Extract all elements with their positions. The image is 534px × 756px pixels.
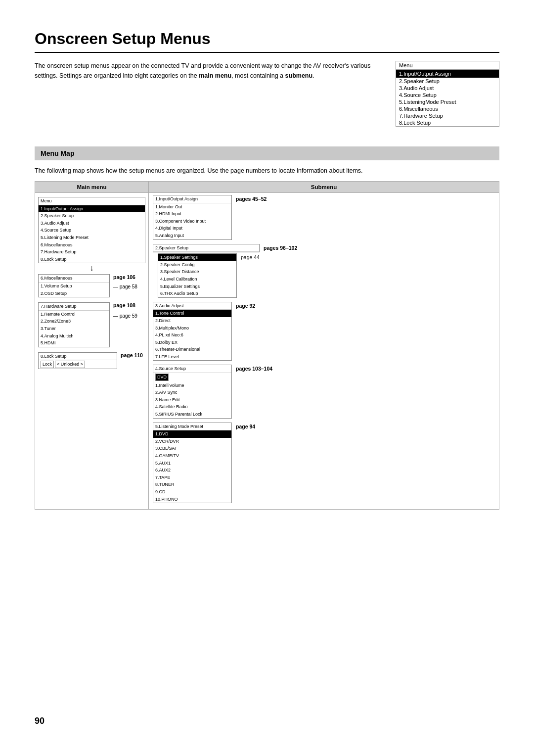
listening-item-8: 8.TUNER (153, 481, 231, 488)
audio-adjust-title: 3.Audio Adjust (153, 302, 231, 310)
lock-box-title: 8.Lock Setup (39, 353, 117, 361)
submenu-group-speaker: 2.Speaker Setup 1.Speaker Settings 2.Spe… (153, 244, 495, 298)
speaker-sub-box-row: 1.Speaker Settings 2.Speaker Config 3.Sp… (158, 253, 260, 298)
main-menu-box-title: Menu (39, 197, 145, 205)
sidebar-menu-item-8: 8.Lock Setup (396, 119, 499, 126)
hardware-box-item-5: 5.HDMI (39, 339, 109, 347)
listening-item-5: 5.AUX1 (153, 460, 231, 467)
audio-item-1: 1.Tone Control (153, 310, 231, 317)
sidebar-menu-title: Menu (396, 61, 499, 70)
lock-row: Lock < Unlocked > (39, 360, 117, 369)
main-menu-header: Main menu (35, 182, 149, 192)
listening-item-4: 4.GAME/TV (153, 452, 231, 460)
io-item-2: 2.HDMI Input (153, 210, 231, 218)
misc-group: 6.Miscellaneous 1.Volume Setup 2.OSD Set… (38, 274, 145, 297)
hardware-box-title: 7.Hardware Setup (39, 303, 109, 311)
io-item-3: 3.Component Video Input (153, 218, 231, 225)
intro-bold-2: submenu (285, 72, 313, 79)
audio-item-4: 4.PL xd Neo:6 (153, 331, 231, 339)
lock-page-label: page 110 (121, 352, 143, 358)
lock-group: 8.Lock Setup Lock < Unlocked > page 110 (38, 352, 145, 369)
diagram-intro-text: The following map shows how the setup me… (35, 167, 499, 174)
listening-item-10: 10.PHONO (153, 496, 231, 503)
listening-mode-box: 5.Listening Mode Preset 1.DVD 2.VCR/DVR … (153, 423, 232, 504)
hardware-box-item-3: 3.Tuner (39, 325, 109, 332)
intro-text: The onscreen setup menus appear on the c… (35, 61, 381, 127)
source-setup-title: 4.Source Setup (153, 365, 231, 373)
menu-map-section-header: Menu Map (35, 146, 499, 160)
speaker-setup-title: 2.Speaker Setup (153, 244, 259, 252)
sidebar-menu-item-6: 6.Miscellaneous (396, 105, 499, 112)
hardware-box-item-2: 2.Zone2/Zone3 (39, 318, 109, 325)
audio-item-5: 5.Dolby EX (153, 339, 231, 346)
hardware-page-label: page 108 (113, 302, 135, 308)
sidebar-menu-item-5: 5.ListeningMode Preset (396, 98, 499, 105)
speaker-sub-item-3: 3.Speaker Distance (158, 268, 236, 276)
input-output-box: 1.Input/Output Assign 1.Monitor Out 2.HD… (153, 195, 232, 240)
listening-item-2: 2.VCR/DVR (153, 438, 231, 445)
sidebar-menu-box: Menu 1.Input/Output Assign 2.Speaker Set… (396, 61, 499, 127)
source-dvd-row: DVD (153, 373, 231, 382)
source-setup-box: 4.Source Setup DVD 1.IntelliVolume 2.A/V… (153, 365, 232, 418)
diagram-header-row: Main menu Submenu (35, 182, 499, 193)
speaker-pages: pages 96–102 (264, 245, 297, 251)
intro-text-3: . (312, 72, 314, 79)
misc-osd-page-label: — page 58 (113, 284, 137, 289)
source-item-1: 1.IntelliVolume (153, 382, 231, 389)
listening-mode-title: 5.Listening Mode Preset (153, 423, 231, 431)
audio-item-2: 2.Direct (153, 317, 231, 325)
hardware-box-item-4: 4.Analog Multich (39, 332, 109, 340)
submenu-header: Submenu (149, 182, 499, 192)
io-item-5: 5.Analog Input (153, 232, 231, 239)
sidebar-menu-item-4: 4.Source Setup (396, 92, 499, 98)
intro-section: The onscreen setup menus appear on the c… (35, 61, 499, 127)
arrow-down-icon: ↓ (38, 264, 145, 272)
hardware-box: 7.Hardware Setup 1.Remote Control 2.Zone… (38, 302, 110, 347)
misc-page-label: page 106 (113, 274, 135, 280)
submenu-group-listening: 5.Listening Mode Preset 1.DVD 2.VCR/DVR … (153, 423, 495, 504)
audio-item-3: 3.Multiplex/Mono (153, 325, 231, 332)
main-menu-column: Menu 1.Input/Output Assign 2.Speaker Set… (35, 193, 149, 509)
submenu-group-audio: 3.Audio Adjust 1.Tone Control 2.Direct 3… (153, 302, 495, 361)
main-menu-item-1-hl: 1.Input/Output Assign (39, 205, 145, 213)
speaker-sub-item-2: 2.Speaker Config (158, 261, 236, 269)
misc-box-item-1: 1.Volume Setup (39, 283, 109, 290)
io-item-1: 1.Monitor Out (153, 203, 231, 211)
hardware-group: 7.Hardware Setup 1.Remote Control 2.Zone… (38, 302, 145, 347)
source-item-3: 3.Name Edit (153, 396, 231, 404)
main-menu-item-2: 2.Speaker Setup (39, 212, 145, 220)
speaker-sub-item-4: 4.Level Calibration (158, 276, 236, 283)
misc-box-item-2: 2.OSD Setup (39, 290, 109, 297)
submenu-column: 1.Input/Output Assign 1.Monitor Out 2.HD… (149, 193, 499, 509)
main-menu-box: Menu 1.Input/Output Assign 2.Speaker Set… (38, 197, 145, 263)
listening-item-7: 7.TAPE (153, 474, 231, 481)
listening-item-9: 9.CD (153, 488, 231, 496)
source-item-5: 5.SIRIUS Parental Lock (153, 411, 231, 418)
sidebar-menu-item-1: 1.Input/Output Assign (396, 70, 499, 78)
source-dvd-label: DVD (155, 374, 169, 381)
submenu-group-source: 4.Source Setup DVD 1.IntelliVolume 2.A/V… (153, 365, 495, 418)
submenu-group-input-output: 1.Input/Output Assign 1.Monitor Out 2.HD… (153, 195, 495, 240)
speaker-sub-item-1: 1.Speaker Settings (158, 254, 236, 261)
main-menu-item-4: 4.Source Setup (39, 227, 145, 234)
input-output-page: pages 45–52 (236, 196, 267, 202)
sidebar-menu-item-2: 2.Speaker Setup (396, 78, 499, 85)
main-menu-item-6: 6.Miscellaneous (39, 241, 145, 249)
hardware-tuner-page-label: — page 59 (113, 313, 137, 319)
speaker-page-44: page 44 (241, 254, 260, 260)
lock-box: 8.Lock Setup Lock < Unlocked > (38, 352, 117, 369)
diagram-body: Menu 1.Input/Output Assign 2.Speaker Set… (35, 193, 499, 509)
io-item-4: 4.Digital Input (153, 225, 231, 232)
listening-page: page 94 (236, 424, 255, 429)
audio-item-7: 7.LFE Level (153, 353, 231, 361)
page-number: 90 (35, 716, 44, 726)
hardware-box-item-1: 1.Remote Control (39, 311, 109, 318)
speaker-sub-item-6: 6.THX Audio Setup (158, 290, 236, 297)
submenu-items-list: 1.Input/Output Assign 1.Monitor Out 2.HD… (153, 195, 495, 507)
audio-page: page 92 (236, 303, 255, 309)
main-menu-item-3: 3.Audio Adjust (39, 220, 145, 227)
speaker-sub-item-5: 5.Equalizer Settings (158, 283, 236, 290)
main-menu-item-7: 7.Hardware Setup (39, 248, 145, 256)
misc-box-title: 6.Miscellaneous (39, 275, 109, 283)
source-item-2: 2.A/V Sync (153, 389, 231, 396)
